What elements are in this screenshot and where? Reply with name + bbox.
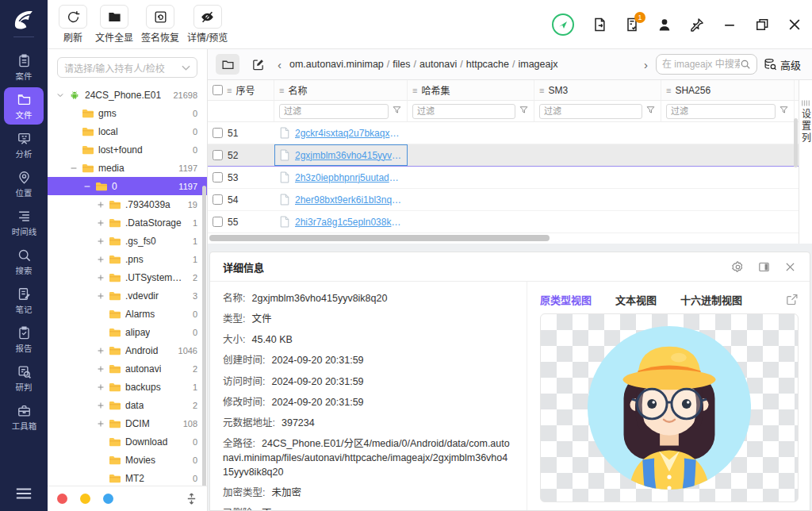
expand-plus-icon[interactable] <box>96 382 105 392</box>
tree-node[interactable]: MT20 <box>48 469 207 486</box>
folder-view-button[interactable] <box>216 54 239 75</box>
menu-hamburger-icon[interactable] <box>15 487 33 500</box>
expand-plus-icon[interactable] <box>96 346 105 355</box>
legend-dot-2[interactable] <box>103 494 113 504</box>
user-icon[interactable] <box>657 17 672 33</box>
expand-plus-icon[interactable] <box>96 364 105 374</box>
row-checkbox[interactable] <box>213 150 223 160</box>
settings-gear-icon[interactable] <box>731 260 745 274</box>
minimize-icon[interactable] <box>722 17 737 33</box>
sidebar-item-notes[interactable]: 笔记 <box>4 282 44 319</box>
sidebar-item-report[interactable]: 报告 <box>4 321 44 358</box>
row-checkbox[interactable] <box>213 128 223 138</box>
tree-node[interactable]: Download0 <box>48 432 207 451</box>
file-name-link[interactable]: 2gckr4isxtaq2u7bkaqxmyot <box>295 128 403 139</box>
tree-node[interactable]: DCIM108 <box>48 414 207 432</box>
preview-tab-0[interactable]: 原类型视图 <box>540 292 592 307</box>
sidebar-item-toolbox[interactable]: 工具箱 <box>4 398 44 436</box>
preview-tab-1[interactable]: 文本视图 <box>615 292 657 307</box>
sidebar-item-search[interactable]: 搜索 <box>4 243 44 280</box>
tree-node[interactable]: .pns1 <box>48 250 207 268</box>
file-name-link[interactable]: 2gxjmblm36vho415yyv8ik8 <box>295 150 403 161</box>
tree-node[interactable]: local0 <box>48 122 207 140</box>
table-row[interactable]: 522gxjmblm36vho415yyv8ik8 <box>208 144 799 167</box>
expand-plus-icon[interactable] <box>96 218 105 228</box>
legend-dot-1[interactable] <box>80 494 90 504</box>
tree-node[interactable]: lost+found0 <box>48 140 207 159</box>
chevron-down-icon[interactable] <box>56 90 65 100</box>
column-drag-handle-icon[interactable]: ≡ <box>666 86 671 95</box>
sidebar-item-case[interactable]: 案件 <box>4 48 44 86</box>
open-external-icon[interactable] <box>785 293 799 306</box>
breadcrumb-back-chevron[interactable]: ‹ <box>276 58 283 71</box>
remote-assist-icon[interactable] <box>551 13 575 36</box>
column-drag-handle-icon[interactable]: ≡ <box>412 86 417 95</box>
tree-node[interactable]: Movies0 <box>48 451 207 469</box>
expand-plus-icon[interactable] <box>96 255 105 264</box>
tree-node[interactable]: 01197 <box>48 177 207 195</box>
expand-plus-icon[interactable] <box>96 419 105 428</box>
table-row[interactable]: 512gckr4isxtaq2u7bkaqxmyot <box>208 122 799 144</box>
tree-node[interactable]: .UTSystemCo...2 <box>48 268 207 286</box>
filter-funnel-icon[interactable] <box>392 105 402 117</box>
expand-plus-icon[interactable] <box>96 273 105 282</box>
collapse-minus-icon[interactable] <box>82 182 92 191</box>
horizontal-scrollbar-thumb[interactable] <box>209 235 550 241</box>
expand-plus-icon[interactable] <box>96 401 105 410</box>
tree-node[interactable]: .7934039a19 <box>48 195 207 213</box>
column-drag-handle-icon[interactable]: ≡ <box>279 86 284 95</box>
restore-window-icon[interactable] <box>754 17 770 33</box>
filter-funnel-icon[interactable] <box>779 105 789 117</box>
table-vertical-scrollbar[interactable] <box>794 118 798 167</box>
table-row[interactable]: 552hi3r7a8g1c5epln038kgn8r <box>208 211 799 233</box>
sidebar-item-location[interactable]: 位置 <box>4 165 44 202</box>
pin-icon[interactable] <box>689 17 705 33</box>
tree-node[interactable]: .DataStorage1 <box>48 213 207 232</box>
tree-vertical-scrollbar[interactable] <box>202 186 206 486</box>
task-report-icon[interactable]: 1 <box>624 17 640 33</box>
sidebar-item-analysis[interactable]: 分析 <box>4 126 44 163</box>
column-settings-label[interactable]: 设置列 <box>799 109 812 144</box>
toolbar-button-refresh[interactable]: 刷新 <box>59 5 87 44</box>
tree-node[interactable]: gms0 <box>48 104 207 122</box>
search-icon[interactable] <box>740 59 751 70</box>
advanced-search-button[interactable]: 高级 <box>764 57 804 72</box>
column-drag-handle-icon[interactable]: ≡ <box>227 86 232 95</box>
export-file-icon[interactable] <box>592 17 607 33</box>
tree-node[interactable]: autonavi2 <box>48 359 207 378</box>
filter-funnel-icon[interactable] <box>645 105 656 117</box>
tree-node[interactable]: backups1 <box>48 378 207 396</box>
filter-input[interactable] <box>412 104 515 119</box>
expand-plus-icon[interactable] <box>96 236 105 246</box>
file-name-link[interactable]: 2hi3r7a8g1c5epln038kgn8r <box>295 217 403 228</box>
expand-plus-icon[interactable] <box>96 291 105 301</box>
expand-plus-icon[interactable] <box>96 200 105 209</box>
tree-node[interactable]: .vdevdir3 <box>48 286 207 305</box>
tree-node[interactable]: Alarms0 <box>48 305 207 323</box>
toolbar-button-eye-off[interactable]: 详情/预览 <box>187 5 228 44</box>
close-icon[interactable] <box>787 17 802 33</box>
toolbar-button-folder-fill[interactable]: 文件全显 <box>95 5 133 44</box>
tree-node[interactable]: .gs_fs01 <box>48 232 207 250</box>
filter-funnel-icon[interactable] <box>519 105 529 117</box>
close-panel-icon[interactable] <box>783 260 797 274</box>
filter-input[interactable] <box>279 104 389 119</box>
sidebar-item-timeline[interactable]: 时间线 <box>4 204 44 241</box>
row-checkbox[interactable] <box>213 194 223 205</box>
table-row[interactable]: 542her98bxt9erk6i1bl3nqbxky <box>208 189 799 211</box>
tree-node[interactable]: media1197 <box>48 159 207 177</box>
layout-panel-icon[interactable] <box>757 260 771 274</box>
breadcrumb-forward-chevron[interactable]: › <box>642 58 649 71</box>
legend-dot-0[interactable] <box>57 494 67 504</box>
row-checkbox[interactable] <box>213 217 223 227</box>
select-all-checkbox[interactable] <box>213 85 223 95</box>
tree-node[interactable]: data2 <box>48 396 207 414</box>
column-drag-handle-icon[interactable]: ≡ <box>539 86 544 95</box>
holder-select[interactable]: 请选择/输入持有人/检校 <box>57 57 197 78</box>
sidebar-item-judge[interactable]: 研判 <box>4 359 44 397</box>
file-name-link[interactable]: 2her98bxt9erk6i1bl3nqbxky <box>295 194 403 206</box>
toolbar-button-sig-restore[interactable]: 签名恢复 <box>141 5 179 44</box>
row-checkbox[interactable] <box>213 172 223 182</box>
sidebar-item-file[interactable]: 文件 <box>4 87 44 125</box>
tree-node[interactable]: 24CS_Phone.E0121698 <box>48 86 207 104</box>
